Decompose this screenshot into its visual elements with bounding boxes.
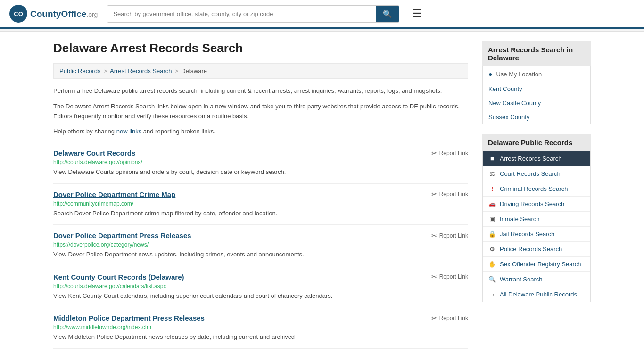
record-title-3[interactable]: Kent County Court Records (Delaware) [53, 273, 184, 281]
report-link-0[interactable]: ✂ Report Link [431, 149, 468, 157]
records-list: Delaware Court Records ✂ Report Link htt… [53, 142, 468, 349]
record-header-1: Dover Police Department Crime Map ✂ Repo… [53, 190, 468, 198]
hamburger-menu-button[interactable]: ☰ [409, 6, 426, 22]
scissors-icon-4: ✂ [431, 314, 437, 322]
description-1: Perform a free Delaware public arrest re… [53, 86, 468, 96]
sidebar-arrest-title: Arrest Records Search in Delaware [482, 41, 591, 66]
sidebar-inmate-label: Inmate Search [500, 215, 540, 222]
sidebar-item-police-records[interactable]: ⚙ Police Records Search [483, 242, 590, 257]
search-input[interactable] [107, 6, 376, 22]
sidebar-all-records-label: All Delaware Public Records [500, 291, 577, 298]
report-link-3[interactable]: ✂ Report Link [431, 273, 468, 280]
scissors-icon-0: ✂ [431, 149, 437, 157]
sidebar-item-court-records[interactable]: ⚖ Court Records Search [483, 166, 590, 181]
county-newcastle-label: New Castle County [488, 99, 541, 107]
record-header-3: Kent County Court Records (Delaware) ✂ R… [53, 273, 468, 281]
logo-text: CountyOffice.org [30, 8, 98, 19]
sidebar-arrest-section: Arrest Records Search in Delaware ● Use … [482, 41, 591, 124]
record-url-0[interactable]: http://courts.delaware.gov/opinions/ [53, 159, 468, 165]
sidebar-public-records-list: ■ Arrest Records Search ⚖ Court Records … [482, 151, 591, 302]
county-kent-label: Kent County [488, 85, 522, 92]
record-header-4: Middleton Police Department Press Releas… [53, 314, 468, 322]
jail-records-icon: 🔒 [488, 230, 496, 238]
record-desc-4: View Middleton Police Department news re… [53, 332, 468, 342]
sidebar-court-label: Court Records Search [500, 170, 561, 177]
sidebar-county-newcastle[interactable]: New Castle County [483, 96, 590, 110]
search-button[interactable]: 🔍 [376, 6, 399, 22]
breadcrumb-sep-2: > [175, 67, 179, 74]
record-url-4[interactable]: http://www.middletownde.org/index.cfm [53, 324, 468, 330]
sidebar: Arrest Records Search in Delaware ● Use … [482, 41, 591, 349]
breadcrumb: Public Records > Arrest Records Search >… [53, 63, 468, 79]
sidebar-police-label: Police Records Search [500, 246, 562, 253]
record-header-0: Delaware Court Records ✂ Report Link [53, 149, 468, 157]
site-header: CO CountyOffice.org 🔍 ☰ [0, 0, 644, 29]
inmate-search-icon: ▣ [488, 215, 496, 222]
new-links-link[interactable]: new links [116, 128, 141, 135]
sidebar-criminal-label: Criminal Records Search [500, 185, 568, 192]
record-desc-1: Search Dover Police Department crime map… [53, 209, 468, 218]
sidebar-item-sex-offender[interactable]: ✋ Sex Offender Registry Search [483, 257, 590, 272]
record-url-3[interactable]: http://courts.delaware.gov/calendars/lis… [53, 283, 468, 289]
sidebar-county-kent[interactable]: Kent County [483, 82, 590, 96]
sidebar-item-all-records[interactable]: → All Delaware Public Records [483, 287, 590, 302]
use-my-location-item[interactable]: ● Use My Location [483, 66, 590, 82]
record-desc-2: View Dover Police Department news update… [53, 250, 468, 259]
scissors-icon-3: ✂ [431, 273, 437, 280]
report-link-2[interactable]: ✂ Report Link [431, 232, 468, 239]
breadcrumb-sep-1: > [103, 67, 107, 74]
report-label-2: Report Link [439, 232, 468, 239]
court-records-icon: ⚖ [488, 170, 496, 177]
sidebar-item-warrant-search[interactable]: 🔍 Warrant Search [483, 272, 590, 287]
page-title: Delaware Arrest Records Search [53, 41, 468, 56]
sidebar-item-jail-records[interactable]: 🔒 Jail Records Search [483, 227, 590, 242]
report-label-0: Report Link [439, 150, 468, 156]
sidebar-sex-offender-label: Sex Offender Registry Search [500, 261, 581, 268]
report-label-4: Report Link [439, 315, 468, 321]
breadcrumb-public-records[interactable]: Public Records [59, 67, 100, 74]
svg-text:CO: CO [14, 10, 23, 17]
sex-offender-icon: ✋ [488, 261, 496, 268]
record-entry-1: Dover Police Department Crime Map ✂ Repo… [53, 184, 468, 225]
content-area: Delaware Arrest Records Search Public Re… [53, 41, 468, 349]
record-title-4[interactable]: Middleton Police Department Press Releas… [53, 314, 205, 322]
report-link-4[interactable]: ✂ Report Link [431, 314, 468, 322]
sidebar-item-criminal-records[interactable]: ! Criminal Records Search [483, 181, 590, 197]
report-label-3: Report Link [439, 273, 468, 280]
scissors-icon-2: ✂ [431, 232, 437, 239]
location-icon: ● [488, 70, 492, 78]
sidebar-item-driving-records[interactable]: 🚗 Driving Records Search [483, 197, 590, 212]
sidebar-item-arrest-records[interactable]: ■ Arrest Records Search [483, 151, 590, 166]
search-bar: 🔍 [107, 5, 399, 23]
record-desc-3: View Kent County Court calendars, includ… [53, 291, 468, 301]
warrant-search-icon: 🔍 [488, 276, 496, 283]
record-entry-4: Middleton Police Department Press Releas… [53, 307, 468, 349]
county-sussex-label: Sussex County [488, 114, 529, 121]
main-layout: Delaware Arrest Records Search Public Re… [44, 32, 600, 358]
scissors-icon-1: ✂ [431, 190, 437, 198]
breadcrumb-arrest-records[interactable]: Arrest Records Search [110, 67, 172, 74]
desc3-pre: Help others by sharing [53, 128, 116, 135]
driving-records-icon: 🚗 [488, 200, 496, 207]
arrest-records-icon: ■ [488, 155, 496, 162]
police-records-icon: ⚙ [488, 246, 496, 253]
sidebar-public-records-title: Delaware Public Records [482, 134, 591, 151]
sidebar-county-sussex[interactable]: Sussex County [483, 110, 590, 124]
report-link-1[interactable]: ✂ Report Link [431, 190, 468, 198]
logo-icon: CO [9, 5, 27, 23]
report-label-1: Report Link [439, 191, 468, 197]
record-title-1[interactable]: Dover Police Department Crime Map [53, 190, 175, 198]
record-title-0[interactable]: Delaware Court Records [53, 149, 135, 157]
sidebar-item-inmate-search[interactable]: ▣ Inmate Search [483, 212, 590, 227]
record-entry-0: Delaware Court Records ✂ Report Link htt… [53, 142, 468, 184]
record-url-2[interactable]: https://doverpolice.org/category/news/ [53, 241, 468, 248]
record-title-2[interactable]: Dover Police Department Press Releases [53, 231, 191, 239]
breadcrumb-current: Delaware [181, 67, 207, 74]
record-entry-3: Kent County Court Records (Delaware) ✂ R… [53, 266, 468, 308]
all-records-icon: → [488, 291, 496, 298]
county-list: ● Use My Location Kent County New Castle… [482, 66, 591, 124]
site-logo[interactable]: CO CountyOffice.org [9, 5, 98, 23]
description-3: Help others by sharing new links and rep… [53, 127, 468, 137]
record-url-1[interactable]: http://communitycrimemap.com/ [53, 200, 468, 207]
sidebar-arrest-label: Arrest Records Search [500, 155, 562, 162]
